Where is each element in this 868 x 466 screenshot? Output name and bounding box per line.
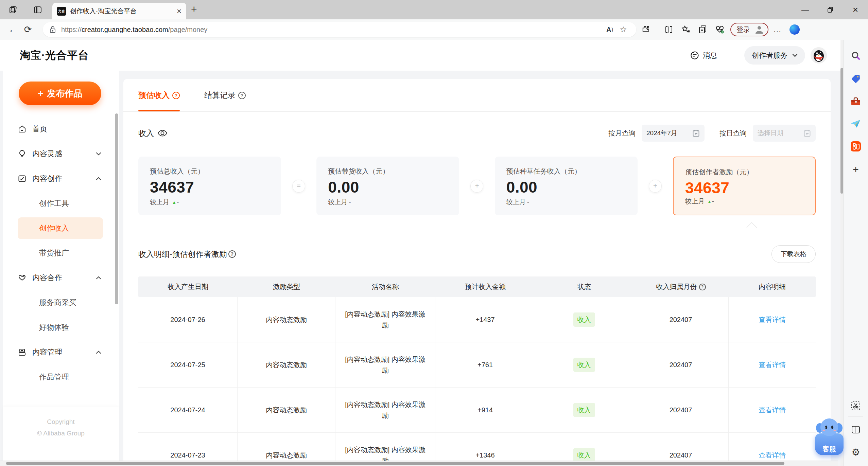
col-header-date: 收入产生日期 [138, 276, 238, 297]
view-details-link[interactable]: 查看详情 [759, 450, 786, 461]
eye-icon[interactable] [157, 129, 168, 137]
trend-up-icon: ▲ [172, 200, 176, 205]
login-button[interactable]: 登录 [730, 23, 768, 36]
site-header: 淘宝·光合平台 消息 创作者服务 [0, 40, 840, 71]
day-query-label: 按日查询 [719, 129, 747, 138]
sidebar-item-creation-income[interactable]: 创作收入 [3, 216, 119, 240]
card-seeding-task-income[interactable]: 预估种草任务收入（元） 0.00 较上月- [495, 157, 638, 215]
add-sidebar-app-icon[interactable]: + [849, 163, 863, 176]
sidebar-scrollbar-thumb[interactable] [115, 113, 118, 304]
month-query-label: 按月查询 [608, 129, 636, 138]
new-tab-button[interactable]: + [191, 3, 197, 15]
window-controls: — × [793, 0, 868, 19]
sidebar-item-content-creation[interactable]: 内容创作 [3, 166, 119, 191]
extensions-icon[interactable] [639, 22, 653, 37]
customer-service-label: 客服 [814, 445, 844, 454]
help-icon[interactable]: ? [228, 250, 236, 258]
window-minimize-button[interactable]: — [793, 0, 818, 19]
horizontal-scrollbar-thumb[interactable] [6, 462, 784, 465]
lock-icon [49, 25, 56, 34]
chevron-up-icon [96, 276, 101, 280]
back-button[interactable]: ← [5, 24, 20, 35]
help-icon[interactable]: ? [238, 92, 246, 99]
browser-tab[interactable]: 光合 创作收入·淘宝光合平台 × [52, 3, 186, 19]
income-header-row: 收入 按月查询 2024年7月 按日查询 选择日期 [138, 125, 816, 142]
sidebar-item-home[interactable]: 首页 [3, 116, 119, 141]
detail-title: 收入明细-预估创作者激励 ? [138, 249, 236, 259]
collections-icon[interactable] [696, 22, 710, 37]
view-details-link[interactable]: 查看详情 [759, 314, 786, 325]
horizontal-scrollbar[interactable] [0, 461, 838, 466]
window-restore-button[interactable] [818, 0, 843, 19]
section-divider [123, 228, 831, 228]
favorites-icon[interactable] [679, 22, 693, 37]
paper-plane-icon[interactable] [849, 117, 863, 131]
month-picker-input[interactable]: 2024年7月 [642, 125, 705, 142]
sidebar-item-goods-experience[interactable]: 好物体验 [3, 315, 119, 340]
window-close-button[interactable]: × [843, 0, 868, 19]
table-row: 2024-07-24 内容动态激励 [内容动态激励] 内容效果激励 +914 收… [138, 388, 816, 433]
address-bar[interactable]: https://creator.guanghe.taobao.com/page/… [43, 22, 636, 37]
tab-settlement-records[interactable]: 结算记录 ? [204, 79, 246, 111]
favorite-star-icon[interactable]: ☆ [617, 25, 630, 34]
income-title: 收入 [138, 128, 154, 139]
status-badge: 收入 [573, 358, 595, 372]
home-icon [18, 125, 27, 133]
workspaces-icon[interactable] [8, 5, 18, 15]
card-sales-income[interactable]: 预估带货收入（元） 0.00 较上月- [316, 157, 459, 215]
date-picker-input[interactable]: 选择日期 [753, 125, 816, 142]
settings-gear-icon[interactable]: ⚙ [849, 445, 863, 459]
refresh-button[interactable]: ⟳ [20, 24, 35, 35]
status-badge: 收入 [573, 403, 595, 417]
plus-operator: + [649, 180, 662, 193]
shopping-tag-icon[interactable] [849, 72, 863, 86]
split-view-icon[interactable] [849, 423, 863, 436]
detail-header-row: 收入明细-预估创作者激励 ? 下载表格 [138, 245, 816, 263]
vertical-scrollbar[interactable] [840, 40, 843, 466]
sidebar-item-content-management[interactable]: 内容管理 [3, 340, 119, 364]
view-details-link[interactable]: 查看详情 [759, 359, 786, 370]
tab-close-icon[interactable]: × [177, 7, 181, 15]
profile-icon [754, 24, 764, 35]
sidebar: + 发布作品 首页 内容灵感 内容创作 [3, 71, 119, 466]
tab-estimated-income[interactable]: 预估收入 ? [138, 79, 180, 111]
sidebar-item-content-inspiration[interactable]: 内容灵感 [3, 141, 119, 166]
search-icon[interactable] [849, 49, 863, 63]
copyright-text: Copyright © Alibaba Group [3, 416, 119, 439]
active-tab-underline [138, 110, 180, 111]
table-header-row: 收入产生日期 激励类型 活动名称 预计收入金额 状态 收入归属月份? 内容明细 [138, 276, 816, 297]
download-table-button[interactable]: 下载表格 [771, 245, 816, 263]
read-aloud-icon[interactable]: A) [603, 26, 617, 34]
avatar[interactable] [811, 47, 827, 64]
vertical-scrollbar-thumb[interactable] [840, 68, 843, 194]
lightbulb-icon [18, 149, 27, 158]
sidebar-item-content-cooperation[interactable]: 内容合作 [3, 265, 119, 290]
tab-actions-icon[interactable] [33, 5, 43, 15]
help-icon[interactable]: ? [172, 92, 180, 99]
browser-essentials-icon[interactable] [713, 22, 727, 37]
messages-button[interactable]: 消息 [690, 51, 717, 60]
publish-work-button[interactable]: + 发布作品 [19, 82, 101, 105]
message-icon [690, 51, 699, 60]
plus-icon: + [38, 88, 44, 98]
view-details-link[interactable]: 查看详情 [759, 405, 786, 415]
card-creator-incentive[interactable]: 预估创作者激励（元） 34637 较上月▲- [673, 157, 816, 215]
sidebar-item-works-management[interactable]: 作品管理 [3, 364, 119, 389]
toolbox-icon[interactable] [849, 95, 863, 108]
sidebar-item-service-purchase[interactable]: 服务商采买 [3, 290, 119, 315]
url-text: https://creator.guanghe.taobao.com/page/… [61, 26, 603, 34]
sidebar-item-creation-tools[interactable]: 创作工具 [3, 191, 119, 216]
copilot-icon[interactable] [789, 24, 800, 35]
creator-services-dropdown[interactable]: 创作者服务 [744, 46, 805, 65]
screenshot-icon[interactable] [849, 399, 863, 413]
sidebar-item-product-promotion[interactable]: 带货推广 [3, 240, 119, 265]
customer-service-widget[interactable]: 客服 [814, 417, 844, 456]
tab-title: 创作收入·淘宝光合平台 [70, 7, 173, 16]
col-header-month: 收入归属月份? [633, 276, 729, 297]
split-screen-icon[interactable] [662, 22, 676, 37]
card-total-income[interactable]: 预估总收入（元） 34637 较上月▲- [138, 157, 281, 215]
help-icon[interactable]: ? [699, 284, 706, 290]
kuaishou-icon[interactable] [849, 140, 863, 153]
query-area: 按月查询 2024年7月 按日查询 选择日期 [608, 125, 816, 142]
settings-more-icon[interactable]: … [773, 25, 782, 34]
